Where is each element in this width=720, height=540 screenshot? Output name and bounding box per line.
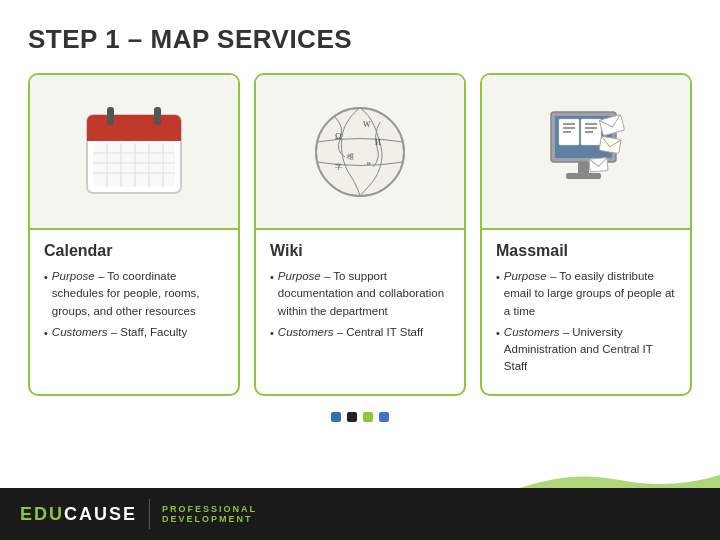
svg-text:维: 维 [347,153,354,161]
svg-rect-26 [563,127,575,129]
footer: EDU CAUSE PROFESSIONAL DEVELOPMENT [0,488,720,540]
svg-rect-27 [563,131,571,133]
wiki-image-area: Ω W И 维 и 字 [256,75,464,230]
svg-rect-2 [87,129,181,141]
massmail-card: Massmail • Purpose – To easily distribut… [480,73,692,396]
bullet-dot: • [44,269,48,286]
wiki-card-title: Wiki [270,242,450,260]
massmail-bullet-dot-1: • [496,269,500,286]
svg-text:И: И [375,138,381,147]
svg-rect-33 [566,173,601,179]
dot-3[interactable] [363,412,373,422]
footer-cause-text: CAUSE [64,504,137,525]
massmail-icon [531,97,641,207]
svg-text:W: W [363,120,371,129]
svg-rect-3 [107,107,114,125]
page-container: STEP 1 – MAP SERVICES [0,0,720,540]
footer-divider [149,499,150,529]
svg-rect-35 [599,136,621,153]
svg-text:Ω: Ω [335,131,342,141]
svg-text:字: 字 [335,163,342,171]
calendar-bullet-2-text: Customers – Staff, Faculty [52,324,187,341]
dots-navigation [28,412,692,426]
wiki-icon: Ω W И 维 и 字 [305,97,415,207]
wiki-bullet-1: • Purpose – To support documentation and… [270,268,450,320]
cards-row: Calendar • Purpose – To coordinate sched… [28,73,692,396]
wiki-card: Ω W И 维 и 字 Wiki • Purpose – To support … [254,73,466,396]
calendar-icon [79,97,189,207]
calendar-bullet-1: • Purpose – To coordinate schedules for … [44,268,224,320]
wiki-bullet-1-text: Purpose – To support documentation and c… [278,268,450,320]
massmail-bullet-1-text: Purpose – To easily distribute email to … [504,268,676,320]
footer-development-text: DEVELOPMENT [162,514,257,524]
dot-2[interactable] [347,412,357,422]
massmail-bullet-2: • Customers – University Administration … [496,324,676,376]
page-title: STEP 1 – MAP SERVICES [28,24,692,55]
svg-rect-32 [578,162,589,174]
bottom-wave-decoration [520,470,720,488]
calendar-card: Calendar • Purpose – To coordinate sched… [28,73,240,396]
dot-1[interactable] [331,412,341,422]
calendar-card-body: Calendar • Purpose – To coordinate sched… [30,230,238,394]
wiki-bullet-2: • Customers – Central IT Staff [270,324,450,342]
calendar-bullet-1-text: Purpose – To coordinate schedules for pe… [52,268,224,320]
massmail-image-area [482,75,690,230]
footer-edu-text: EDU [20,504,64,525]
wiki-bullet-dot-2: • [270,325,274,342]
massmail-card-title: Massmail [496,242,676,260]
massmail-card-body: Massmail • Purpose – To easily distribut… [482,230,690,394]
footer-professional-text: PROFESSIONAL [162,504,257,514]
massmail-bullet-dot-2: • [496,325,500,342]
svg-rect-30 [585,127,597,129]
svg-text:и: и [367,159,371,167]
calendar-bullet-2: • Customers – Staff, Faculty [44,324,224,342]
svg-rect-25 [563,123,575,125]
massmail-bullet-2-text: Customers – University Administration an… [504,324,676,376]
calendar-card-title: Calendar [44,242,224,260]
dot-4[interactable] [379,412,389,422]
svg-rect-4 [154,107,161,125]
massmail-bullet-1: • Purpose – To easily distribute email t… [496,268,676,320]
wiki-bullet-dot-1: • [270,269,274,286]
calendar-image-area [30,75,238,230]
svg-rect-29 [585,123,597,125]
footer-right: PROFESSIONAL DEVELOPMENT [162,504,257,524]
footer-logo: EDU CAUSE [20,504,137,525]
wiki-card-body: Wiki • Purpose – To support documentatio… [256,230,464,394]
bullet-dot-2: • [44,325,48,342]
svg-rect-31 [585,131,593,133]
wiki-bullet-2-text: Customers – Central IT Staff [278,324,423,341]
